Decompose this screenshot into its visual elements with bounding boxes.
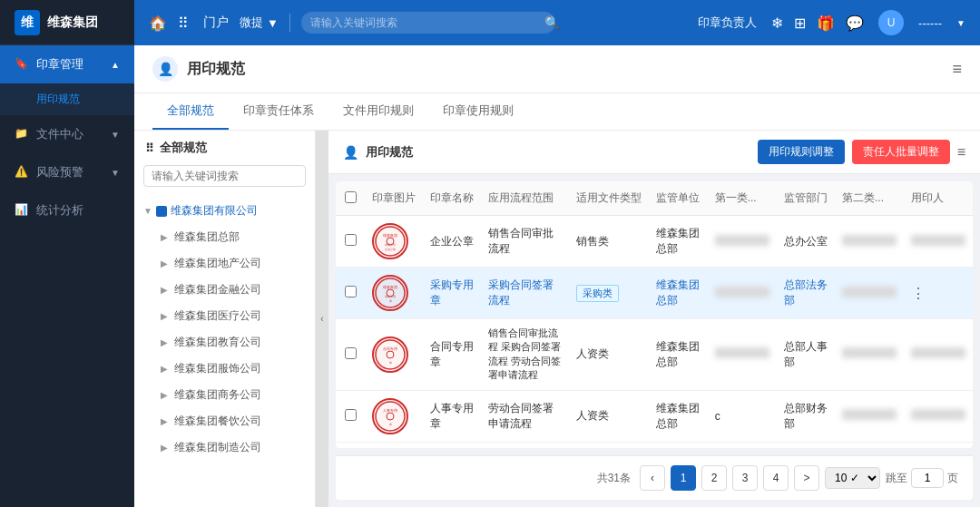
select-all-checkbox[interactable]	[345, 191, 357, 203]
page-next-btn[interactable]: >	[794, 465, 819, 491]
risk-icon: ⚠️	[15, 165, 29, 180]
sidebar-item-stamp-mgmt[interactable]: 🔖 印章管理 ▲	[0, 45, 134, 83]
search-box	[301, 12, 555, 34]
user-avatar[interactable]: U	[878, 10, 904, 35]
page-btn-3[interactable]: 3	[732, 465, 758, 491]
table-row: 合同专用 章 合同专用章 销售合同审批流程 采购合同签署流程 劳动合同签署申请流…	[336, 319, 973, 391]
tab-responsibility[interactable]: 印章责任体系	[229, 93, 328, 130]
col-file-type: 适用文件类型	[569, 181, 649, 216]
tree-node-root: ▼ 维森集团有限公司 ▶ 维森集团总部 ▶ 维森集团地产公司	[134, 198, 315, 461]
stamp-svg-4: 人事专用 章	[374, 400, 407, 433]
svg-text:采购专用: 采购专用	[385, 295, 396, 298]
toolbar-menu-icon[interactable]: ≡	[957, 144, 965, 161]
toolbar-icon: 👤	[343, 145, 358, 160]
row4-stamp-name: 人事专用章	[423, 390, 481, 442]
tab-all-rules[interactable]: 全部规范	[152, 93, 229, 130]
portal-label[interactable]: 门户	[203, 15, 229, 31]
row4-org: 维森集团总部	[649, 390, 708, 442]
username-label: ------	[918, 16, 942, 30]
row1-file-type: 销售类	[569, 216, 649, 268]
gift-icon[interactable]: 🎁	[817, 15, 835, 32]
row4-col6: c	[708, 390, 777, 442]
table-row: 人事专用 章 人事专用章 劳动合同签署申请流程 人资类 维森集团总部 c	[336, 390, 973, 442]
search-icon[interactable]: 🔍	[544, 15, 560, 30]
svg-text:人事专用: 人事专用	[383, 408, 397, 413]
content-area: ⠿ 全部规范 ▼ 维森集团有限公司	[134, 131, 980, 507]
row2-stamp-name: 采购专用章	[423, 268, 481, 319]
row4-checkbox[interactable]	[345, 409, 357, 421]
svg-point-0	[376, 227, 405, 256]
search-input[interactable]	[301, 12, 555, 34]
page-prev-btn[interactable]: ‹	[640, 465, 665, 491]
row1-stamp-name: 企业公章	[423, 216, 481, 268]
grid2-icon[interactable]: ⊞	[794, 15, 806, 32]
tab-file-rules[interactable]: 文件用印规则	[328, 93, 428, 130]
svg-point-15	[387, 413, 394, 420]
row3-user	[904, 319, 973, 391]
row3-checkbox[interactable]	[345, 347, 357, 359]
svg-text:合同专用: 合同专用	[383, 346, 397, 351]
tree-child-education[interactable]: ▶ 维森集团教育公司	[149, 329, 315, 356]
tree-child-medical[interactable]: ▶ 维森集团医疗公司	[149, 303, 315, 329]
page-jump-input[interactable]	[911, 468, 944, 488]
message-icon[interactable]: 💬	[846, 15, 864, 32]
nav-divider	[289, 14, 290, 32]
row2-stamp-img: 维森集团 采购专用 章	[365, 268, 423, 319]
btn-add-rule[interactable]: 用印规则调整	[758, 140, 845, 164]
user-dropdown-arrow[interactable]: ▼	[956, 18, 965, 28]
sidebar-item-file-center[interactable]: 📁 文件中心 ▼	[0, 115, 134, 153]
sidebar-item-risk-warning[interactable]: ⚠️ 风险预警 ▼	[0, 153, 134, 191]
module-dropdown[interactable]: 微提 ▼	[240, 15, 279, 31]
tree-child-catering[interactable]: ▶ 维森集团餐饮公司	[149, 408, 315, 434]
stamp-mgmt-icon: 🔖	[15, 57, 29, 72]
panel-collapse-handle[interactable]: ‹	[316, 131, 328, 507]
row2-more-icon[interactable]: ⋮	[911, 286, 926, 301]
tree-node-row-root[interactable]: ▼ 维森集团有限公司	[134, 198, 315, 224]
svg-text:章: 章	[389, 423, 392, 426]
svg-text:章: 章	[389, 299, 392, 303]
col-flow: 应用流程范围	[481, 181, 569, 216]
page-btn-4[interactable]: 4	[763, 465, 789, 491]
tree-child-finance[interactable]: ▶ 维森集团金融公司	[149, 277, 315, 303]
sidebar-item-stats[interactable]: 📊 统计分析	[0, 191, 134, 229]
row2-actions: ⋮	[904, 268, 973, 319]
tree-child-hq[interactable]: ▶ 维森集团总部	[149, 224, 315, 250]
root-label: 维森集团有限公司	[171, 203, 306, 219]
row2-checkbox[interactable]	[345, 286, 357, 297]
logo-text: 维森集团	[47, 15, 98, 31]
row5-dept: 总部财务部	[777, 442, 835, 448]
table-body: 维森集团 有限公司 企业公章 企业公章 销售合同审批流程 销售类 维森	[336, 216, 973, 449]
sidebar-item-stamp-rules[interactable]: 用印规范	[0, 83, 134, 115]
row4-file-type: 人资类	[569, 390, 649, 442]
col-stamp-name: 印章名称	[423, 181, 481, 216]
jump-label: 跳至	[886, 471, 907, 486]
stamp-image-3: 合同专用 章	[372, 336, 408, 373]
row4-dept: 总部财务部	[777, 390, 835, 442]
page-header-icon: 👤	[152, 56, 178, 82]
page-btn-2[interactable]: 2	[701, 465, 727, 491]
row1-checkbox[interactable]	[345, 234, 357, 246]
tab-use-rules[interactable]: 印章使用规则	[428, 93, 528, 130]
svg-point-14	[376, 402, 405, 431]
svg-text:维森集团: 维森集团	[383, 233, 397, 238]
grid-icon[interactable]: ⠿	[178, 15, 189, 32]
page-actions-icon[interactable]: ≡	[952, 60, 962, 79]
col-stamp-img: 印章图片	[365, 181, 423, 216]
row1-org: 维森集团总部	[649, 216, 708, 268]
tree-search-input[interactable]	[143, 165, 306, 187]
home-icon[interactable]: 🏠	[149, 15, 167, 32]
tree-child-manufacturing[interactable]: ▶ 维森集团制造公司	[149, 434, 315, 461]
page-size-select[interactable]: 10 ✓ 20 50	[825, 467, 880, 489]
tree-child-business[interactable]: ▶ 维森集团商务公司	[149, 382, 315, 408]
row2-org: 维森集团总部	[649, 268, 708, 319]
snowflake-icon[interactable]: ❄	[771, 15, 783, 32]
tree-title: 全部规范	[160, 140, 207, 156]
table-header-row: 印章图片 印章名称 应用流程范围 适用文件类型 监管单位 第一类... 监管部门…	[336, 181, 973, 216]
tree-child-realty[interactable]: ▶ 维森集团地产公司	[149, 250, 315, 277]
tree-child-fashion[interactable]: ▶ 维森集团服饰公司	[149, 356, 315, 382]
btn-batch[interactable]: 责任人批量调整	[852, 140, 950, 164]
page-btn-1[interactable]: 1	[671, 465, 696, 491]
stamp-svg-1: 维森集团 有限公司 企业公章	[374, 225, 407, 258]
root-icon	[156, 206, 167, 217]
stamp-svg-3: 合同专用 章	[374, 338, 407, 371]
